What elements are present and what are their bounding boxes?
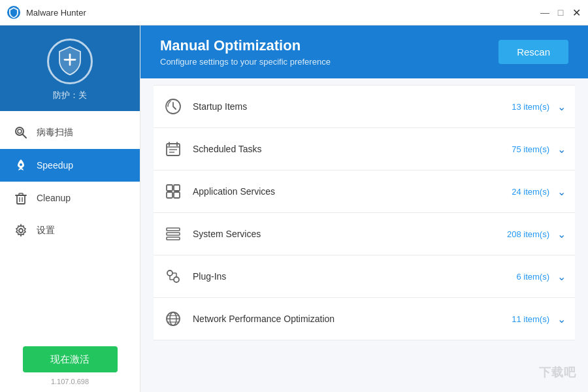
settings-icon: [13, 223, 29, 238]
speedup-label: Speedup: [37, 160, 73, 171]
appservices-chevron: ⌄: [557, 186, 566, 198]
main-wrapper: Manual Optimization Configure settings t…: [140, 25, 588, 392]
network-label: Network Performance Optimization: [193, 314, 512, 324]
scheduled-label: Scheduled Tasks: [193, 144, 512, 154]
svg-point-6: [20, 163, 22, 166]
sidebar-item-cleanup[interactable]: Cleanup: [0, 182, 140, 214]
list-item[interactable]: System Services 208 item(s) ⌄: [154, 213, 575, 255]
startup-count: 13 item(s): [512, 102, 549, 112]
plugins-icon: [163, 266, 184, 287]
startup-icon: [163, 96, 184, 117]
svg-rect-24: [167, 228, 180, 231]
sidebar-header: 防护：关: [0, 25, 140, 111]
svg-rect-21: [174, 185, 180, 191]
appservices-icon: [163, 181, 184, 202]
app-title: Malware Hunter: [26, 8, 540, 18]
version-label: 1.107.0.698: [51, 378, 89, 385]
svg-rect-22: [167, 192, 172, 198]
window-controls: ― □ ✕: [540, 7, 581, 18]
sidebar-item-speedup[interactable]: Speedup: [0, 149, 140, 182]
sysservices-icon: [163, 223, 184, 244]
close-button[interactable]: ✕: [571, 7, 581, 18]
cleanup-icon: [13, 190, 29, 206]
page-title: Manual Optimization: [160, 37, 331, 54]
app-body: 防护：关 病毒扫描: [0, 25, 588, 392]
svg-point-5: [18, 129, 22, 133]
sidebar: 防护：关 病毒扫描: [0, 25, 140, 392]
scheduled-chevron: ⌄: [557, 143, 566, 155]
svg-rect-23: [174, 192, 180, 198]
protection-status: 防护：关: [53, 90, 87, 101]
svg-rect-20: [167, 185, 172, 191]
svg-point-12: [19, 229, 23, 233]
scan-label: 病毒扫描: [37, 127, 73, 139]
rescan-button[interactable]: Rescan: [498, 40, 568, 64]
maximize-button[interactable]: □: [555, 7, 566, 18]
sidebar-nav: 病毒扫描 Speedup: [0, 111, 140, 336]
plugins-count: 6 item(s): [516, 272, 549, 282]
app-logo: [7, 5, 21, 20]
plugins-label: Plug-Ins: [193, 271, 516, 282]
list-item[interactable]: Plug-Ins 6 item(s) ⌄: [154, 255, 575, 298]
sidebar-footer: 现在激活 1.107.0.698: [0, 336, 140, 392]
svg-line-4: [23, 135, 27, 139]
page-subtitle: Configure settings to your specific pref…: [160, 57, 331, 67]
sysservices-count: 208 item(s): [507, 229, 549, 239]
svg-point-27: [167, 270, 172, 276]
svg-rect-7: [17, 195, 25, 204]
header-text: Manual Optimization Configure settings t…: [160, 37, 331, 67]
list-item[interactable]: Scheduled Tasks 75 item(s) ⌄: [154, 128, 575, 171]
sysservices-label: System Services: [193, 229, 507, 239]
settings-label: 设置: [37, 225, 55, 237]
svg-point-28: [174, 277, 179, 282]
item-list: Startup Items 13 item(s) ⌄: [140, 78, 588, 392]
title-bar: Malware Hunter ― □ ✕: [0, 0, 588, 25]
svg-rect-25: [167, 233, 180, 235]
svg-rect-9: [19, 193, 23, 195]
appservices-count: 24 item(s): [512, 187, 549, 197]
minimize-button[interactable]: ―: [540, 7, 550, 18]
cleanup-label: Cleanup: [37, 193, 71, 203]
scheduled-icon: [163, 139, 184, 159]
list-item[interactable]: Startup Items 13 item(s) ⌄: [154, 85, 575, 128]
rocket-icon: [13, 157, 29, 173]
shield-icon: [47, 39, 93, 84]
scheduled-count: 75 item(s): [512, 144, 549, 154]
list-item[interactable]: Application Services 24 item(s) ⌄: [154, 171, 575, 213]
list-item[interactable]: Network Performance Optimization 11 item…: [154, 298, 575, 340]
plugins-chevron: ⌄: [557, 270, 566, 283]
startup-label: Startup Items: [193, 101, 512, 112]
main-header: Manual Optimization Configure settings t…: [140, 25, 588, 78]
sidebar-item-settings[interactable]: 设置: [0, 214, 140, 247]
network-icon: [163, 308, 184, 329]
scan-icon: [13, 125, 29, 140]
main-content: Manual Optimization Configure settings t…: [140, 25, 588, 392]
appservices-label: Application Services: [193, 186, 512, 197]
startup-chevron: ⌄: [557, 101, 566, 113]
svg-rect-26: [167, 237, 180, 240]
activate-button[interactable]: 现在激活: [23, 346, 118, 372]
sysservices-chevron: ⌄: [557, 228, 566, 240]
network-count: 11 item(s): [512, 314, 549, 324]
sidebar-item-scan[interactable]: 病毒扫描: [0, 116, 140, 149]
network-chevron: ⌄: [557, 313, 566, 325]
